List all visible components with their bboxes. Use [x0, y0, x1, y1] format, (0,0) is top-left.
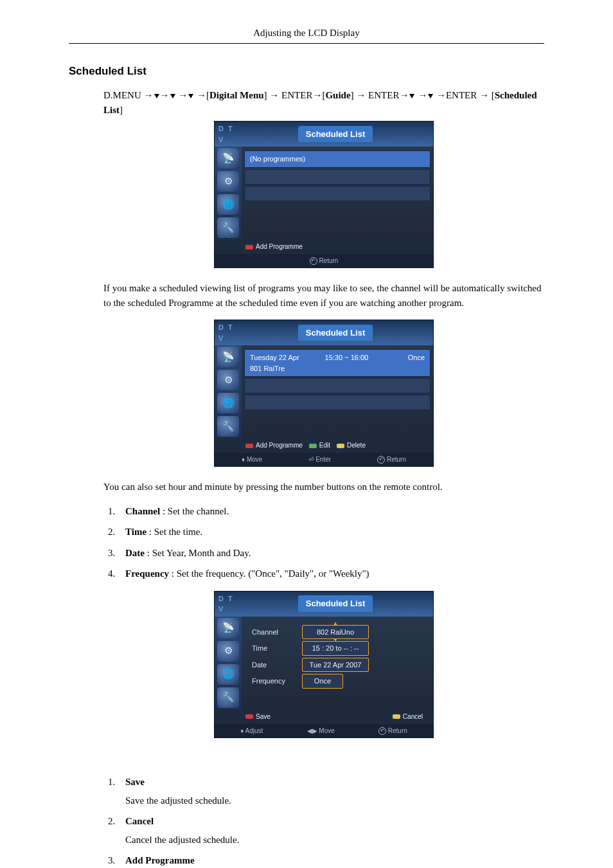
- list-item-label: Channel: [125, 506, 160, 516]
- tools-icon: 🔧: [217, 416, 239, 437]
- up-arrow-icon: ▲: [333, 620, 338, 628]
- osd-sidebar: 📡 ⚙ 🌐 🔧: [215, 147, 242, 239]
- osd-sidebar: 📡 ⚙ 🌐 🔧: [215, 617, 242, 709]
- osd-title: Scheduled List: [298, 126, 373, 143]
- osd-dtv-label: D T V: [218, 593, 242, 615]
- osd-footer2: ↶ Return: [215, 254, 433, 267]
- osd-dtv-label: D T V: [218, 123, 242, 145]
- osd-footer2: ♦ Adjust ◀▶ Move ↶ Return: [215, 724, 433, 737]
- paragraph-description-2: You can also set hour and minute by pres…: [103, 480, 544, 494]
- breadcrumb-digital-menu: Digital Menu: [209, 90, 264, 100]
- field-row-channel: Channel ▲802 RaiUno▼: [244, 625, 431, 640]
- list-item: Time : Set the time.: [118, 525, 544, 539]
- breadcrumb-enter: ENTER: [368, 90, 399, 100]
- frequency-value: Once: [302, 674, 343, 689]
- no-programmes-row: (No programmes): [244, 150, 431, 168]
- tools-icon: 🔧: [217, 687, 239, 708]
- programme-time: 15:30 ~ 16:00: [325, 352, 387, 374]
- return-icon: ↶: [310, 257, 317, 265]
- green-pill-icon: [309, 444, 317, 448]
- list-item-desc: : Set the time.: [147, 527, 202, 537]
- edit-label: Edit: [319, 442, 330, 449]
- return-label: Return: [319, 257, 338, 264]
- config-icon: ⚙: [217, 370, 239, 390]
- move-label: Move: [319, 727, 334, 734]
- list-item-desc: : Set Year, Month and Day.: [145, 548, 251, 558]
- antenna-icon: 📡: [217, 347, 239, 367]
- osd-screenshot-1: D T V Scheduled List 📡 ⚙ 🌐 🔧 (No program…: [214, 121, 434, 268]
- list-item-label: Cancel: [125, 816, 154, 826]
- breadcrumb-dmenu: D.MENU: [103, 90, 144, 100]
- config-icon: ⚙: [217, 171, 239, 192]
- add-programme-label: Add Programme: [256, 442, 303, 449]
- red-pill-icon: [245, 444, 253, 448]
- list-item: Frequency : Set the frequency. ("Once", …: [118, 566, 544, 581]
- osd-footer2: ♦ Move ⏎ Enter ↶ Return: [215, 453, 433, 466]
- down-arrow-icon: [409, 94, 414, 98]
- field-row-time: Time 15 : 20 to -- : --: [244, 641, 431, 656]
- delete-label: Delete: [347, 442, 366, 449]
- list-item-label: Add Programme: [125, 855, 195, 865]
- return-label: Return: [388, 727, 407, 734]
- list-item: Date : Set Year, Month and Day.: [118, 546, 544, 561]
- breadcrumb-guide: Guide: [325, 90, 350, 100]
- osd-sidebar: 📡 ⚙ 🌐 🔧: [215, 345, 242, 438]
- down-arrow-icon: [428, 94, 433, 98]
- tools-icon: 🔧: [217, 217, 239, 238]
- frequency-label: Frequency: [244, 676, 302, 687]
- move-label: Move: [247, 456, 262, 463]
- globe-icon: 🌐: [217, 664, 239, 685]
- page-header: Adjusting the LCD Display: [69, 26, 544, 41]
- return-label: Return: [387, 456, 406, 463]
- programme-channel: 801 RaiTre: [250, 363, 325, 374]
- config-icon: ⚙: [217, 641, 239, 662]
- red-pill-icon: [245, 714, 253, 719]
- date-value: Tue 22 Apr 2007: [302, 658, 369, 673]
- adjust-label: Adjust: [245, 727, 263, 734]
- osd-screenshot-3: D T V Scheduled List 📡 ⚙ 🌐 🔧 Channel ▲80…: [214, 591, 434, 738]
- down-arrow-icon: [188, 94, 193, 98]
- field-row-date: Date Tue 22 Apr 2007: [244, 658, 431, 673]
- globe-icon: 🌐: [217, 194, 239, 215]
- list-item-label: Date: [125, 548, 145, 558]
- date-label: Date: [244, 660, 302, 671]
- osd-footer: Add Programme Edit Delete: [215, 438, 433, 453]
- breadcrumb-enter: ENTER: [281, 90, 312, 100]
- numbered-list-1: Channel : Set the channel. Time : Set th…: [103, 504, 544, 581]
- breadcrumb-enter: ENTER: [446, 90, 477, 100]
- channel-label: Channel: [244, 627, 302, 638]
- divider-top: [69, 43, 544, 44]
- empty-row: [244, 186, 431, 201]
- list-item-desc: : Set the channel.: [160, 506, 229, 516]
- down-arrow-icon: [170, 94, 175, 98]
- list-item-desc: : Set the frequency. ("Once", "Daily", o…: [169, 568, 369, 579]
- paragraph-description-1: If you make a scheduled viewing list of …: [103, 281, 544, 310]
- time-label: Time: [244, 643, 302, 654]
- antenna-icon: 📡: [217, 148, 239, 168]
- empty-row: [244, 378, 431, 393]
- channel-value: ▲802 RaiUno▼: [302, 625, 369, 640]
- time-value: 15 : 20 to -- : --: [302, 641, 369, 656]
- save-label: Save: [256, 713, 271, 720]
- osd-screenshot-2: D T V Scheduled List 📡 ⚙ 🌐 🔧 Tuesday 22 …: [214, 320, 434, 467]
- osd-footer: Save Cancel: [215, 709, 433, 724]
- add-programme-label: Add Programme: [256, 243, 303, 250]
- programme-row: Tuesday 22 Apr 801 RaiTre 15:30 ~ 16:00 …: [244, 349, 431, 377]
- list-item-desc: Cancel the adjusted schedule.: [125, 833, 544, 847]
- breadcrumb: D.MENU →→ → →[Digital Menu] → ENTER→[Gui…: [103, 88, 544, 117]
- yellow-pill-icon: [393, 714, 400, 719]
- osd-title: Scheduled List: [298, 595, 373, 612]
- cancel-label: Cancel: [403, 713, 423, 720]
- list-item-label: Time: [125, 527, 147, 537]
- yellow-pill-icon: [337, 444, 344, 448]
- red-pill-icon: [245, 245, 253, 249]
- list-item-label: Frequency: [125, 568, 169, 579]
- return-icon: ↶: [377, 456, 385, 464]
- osd-dtv-label: D T V: [218, 322, 242, 343]
- section-title: Scheduled List: [69, 63, 544, 80]
- empty-row: [244, 395, 431, 410]
- enter-label: Enter: [315, 456, 331, 463]
- list-item: Cancel Cancel the adjusted schedule.: [118, 814, 544, 847]
- list-item-desc: Save the adjusted schedule.: [125, 793, 544, 808]
- list-item-label: Save: [125, 777, 145, 787]
